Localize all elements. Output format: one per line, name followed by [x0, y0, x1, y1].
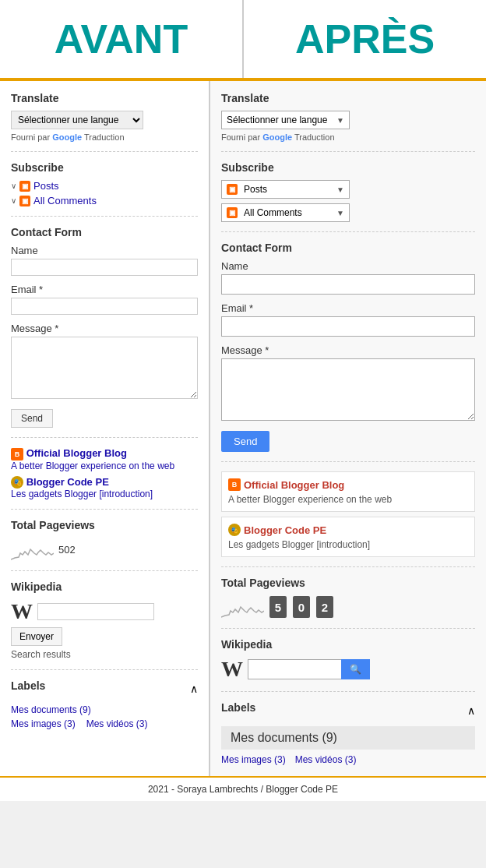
- send-button-left[interactable]: Send: [11, 409, 53, 428]
- wiki-search-button-right[interactable]: 🔍: [341, 659, 370, 679]
- translate-select-right-wrapper[interactable]: Sélectionner une langue ▼: [221, 111, 350, 129]
- label-row-right: Mes images (3) Mes vidéos (3): [221, 754, 475, 765]
- main-columns: Translate Sélectionner une langue Fourni…: [0, 81, 486, 776]
- message-label-right: Message *: [221, 344, 475, 356]
- wiki-input-left[interactable]: [37, 603, 154, 620]
- labels-title-right: Labels: [221, 701, 255, 714]
- wiki-w-left: W: [11, 599, 33, 624]
- name-input-left[interactable]: [11, 259, 198, 276]
- subscribe-title-right: Subscribe: [221, 161, 475, 174]
- wiki-input-right[interactable]: [248, 659, 341, 679]
- rss-icon-comments-left: ▣: [19, 196, 30, 206]
- chevron-posts-left: ∨: [11, 182, 16, 190]
- link2-title-left[interactable]: Blogger Code PE: [26, 476, 109, 488]
- search-results-left: Search results: [11, 649, 198, 660]
- blogger-icon2-left: 🎭: [11, 476, 23, 489]
- sparkline-left: [11, 538, 54, 561]
- link2-title-right[interactable]: Blogger Code PE: [244, 524, 326, 536]
- translate-select-right-text: Sélectionner une langue: [227, 115, 336, 125]
- translate-title-left: Translate: [11, 92, 198, 104]
- label-item-docs-left[interactable]: Mes documents (9): [11, 704, 198, 715]
- posts-label-left: Posts: [33, 180, 59, 192]
- digit1-right: 5: [269, 596, 287, 618]
- email-input-right[interactable]: [221, 316, 475, 337]
- google-text-right: Google: [262, 132, 292, 142]
- digit2-right: 0: [293, 596, 310, 618]
- translate-title-right: Translate: [221, 92, 475, 104]
- wikipedia-title-left: Wikipedia: [11, 580, 198, 593]
- wiki-w-right: W: [221, 657, 243, 682]
- col-apres: Translate Sélectionner une langue ▼ Four…: [210, 81, 486, 776]
- pageviews-title-right: Total Pageviews: [221, 577, 475, 589]
- blogger-icon2-right: 🎭: [228, 524, 241, 536]
- comments-label-left: All Comments: [33, 195, 97, 206]
- rss-icon-comments-right: ▣: [227, 207, 238, 218]
- fourni-par-right: Fourni par Google Traduction: [221, 132, 475, 142]
- posts-label-right: Posts: [242, 181, 332, 198]
- message-textarea-left[interactable]: [11, 337, 198, 399]
- sparkline-right: [221, 595, 264, 619]
- pageviews-container-right: 5 0 2: [221, 595, 475, 619]
- wiki-row-left: W: [11, 599, 198, 624]
- wiki-envoyer-button-left[interactable]: Envoyer: [11, 627, 62, 646]
- label-images-left[interactable]: Mes images (3): [11, 718, 76, 729]
- subscribe-title-left: Subscribe: [11, 161, 198, 174]
- name-input-right[interactable]: [221, 274, 475, 295]
- message-label-left: Message *: [11, 323, 198, 334]
- blog-link2-right: 🎭 Blogger Code PE Les gadgets Blogger [i…: [221, 517, 475, 557]
- send-button-right[interactable]: Send: [221, 431, 269, 452]
- subscribe-posts-left: ∨ ▣ Posts: [11, 180, 198, 192]
- translate-select-left[interactable]: Sélectionner une langue: [11, 111, 143, 129]
- link2-subtitle-left: Les gadgets Blogger [introduction]: [11, 489, 198, 499]
- subscribe-posts-right[interactable]: ▣ Posts ▼: [221, 180, 350, 199]
- subscribe-comments-right[interactable]: ▣ All Comments ▼: [221, 203, 350, 222]
- label-item-docs-right[interactable]: Mes documents (9): [221, 726, 475, 750]
- apres-label: APRÈS: [244, 0, 486, 78]
- wikipedia-title-right: Wikipedia: [221, 638, 475, 651]
- footer-text: 2021 - Soraya Lambrechts / Blogger Code …: [148, 784, 338, 795]
- wiki-row-right: W 🔍: [221, 657, 475, 682]
- traduction-text-right: Traduction: [294, 132, 335, 142]
- link2-subtitle-right: Les gadgets Blogger [introduction]: [228, 539, 468, 550]
- comments-label-right: All Comments: [242, 204, 332, 221]
- link1-subtitle-left: A better Blogger experience on the web: [11, 460, 198, 471]
- footer: 2021 - Soraya Lambrechts / Blogger Code …: [0, 776, 486, 801]
- email-label-left: Email *: [11, 284, 198, 295]
- name-label-left: Name: [11, 245, 198, 256]
- link1-title-left[interactable]: Official Blogger Blog: [26, 447, 127, 459]
- digit3-right: 2: [316, 596, 333, 618]
- header: AVANT APRÈS: [0, 0, 486, 81]
- contact-form-title-right: Contact Form: [221, 242, 475, 254]
- google-text-left: Google: [52, 132, 82, 142]
- rss-icon-posts-right: ▣: [227, 184, 238, 195]
- link1-subtitle-right: A better Blogger experience on the web: [228, 494, 468, 505]
- email-input-left[interactable]: [11, 298, 198, 315]
- blog-link1-right: B Official Blogger Blog A better Blogger…: [221, 471, 475, 512]
- label-images-right[interactable]: Mes images (3): [221, 754, 286, 765]
- translate-dropdown-arrow: ▼: [336, 116, 344, 125]
- blog-link2-left: 🎭 Blogger Code PE Les gadgets Blogger [i…: [11, 476, 198, 500]
- fourni-par-left: Fourni par Google Traduction: [11, 132, 198, 142]
- contact-form-title-left: Contact Form: [11, 226, 198, 238]
- posts-arrow-right: ▼: [332, 182, 349, 197]
- fourni-text-right: Fourni par: [221, 132, 260, 142]
- rss-icon-posts-left: ▣: [19, 181, 30, 192]
- pageviews-title-left: Total Pageviews: [11, 519, 198, 531]
- avant-label: AVANT: [0, 0, 244, 78]
- col-avant: Translate Sélectionner une langue Fourni…: [0, 81, 210, 776]
- blogger-icon1-right: B: [228, 478, 241, 491]
- label-videos-left[interactable]: Mes vidéos (3): [86, 718, 148, 729]
- labels-header-right: Labels ∧: [221, 701, 475, 720]
- name-label-right: Name: [221, 260, 475, 272]
- link1-title-right[interactable]: Official Blogger Blog: [244, 479, 344, 491]
- comments-arrow-right: ▼: [332, 206, 349, 221]
- label-videos-right[interactable]: Mes vidéos (3): [295, 754, 357, 765]
- fourni-text-left: Fourni par: [11, 132, 50, 142]
- subscribe-comments-left: ∨ ▣ All Comments: [11, 195, 198, 206]
- pageviews-count-left: 502: [58, 544, 76, 556]
- labels-collapse-right[interactable]: ∧: [467, 704, 475, 717]
- labels-header-left: Labels ∧: [11, 679, 198, 698]
- labels-collapse-left[interactable]: ∧: [190, 683, 198, 695]
- message-textarea-right[interactable]: [221, 358, 475, 421]
- label-row-left: Mes images (3) Mes vidéos (3): [11, 718, 198, 729]
